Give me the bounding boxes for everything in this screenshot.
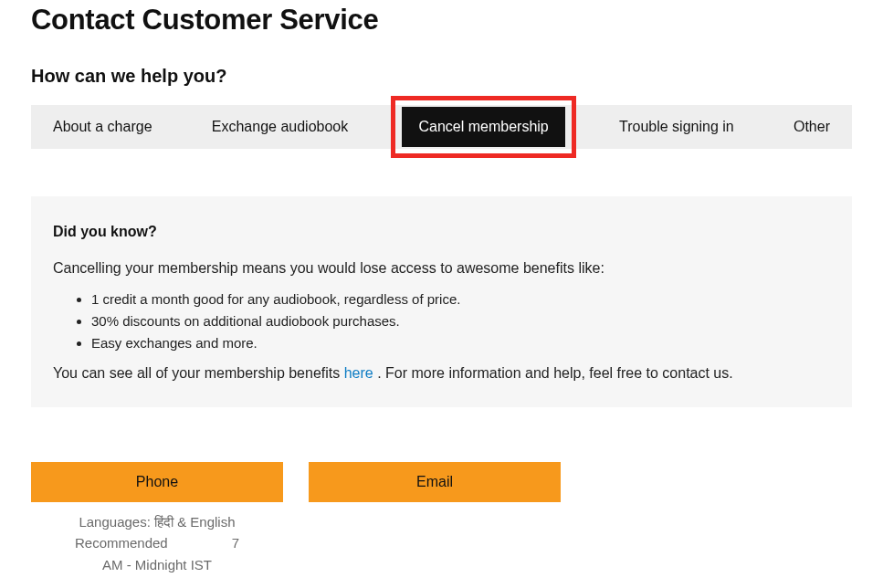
info-footer-post: . For more information and help, feel fr… — [373, 365, 733, 381]
tab-exchange-audiobook[interactable]: Exchange audiobook — [206, 108, 353, 146]
benefits-link[interactable]: here — [344, 365, 373, 381]
info-footer-pre: You can see all of your membership benef… — [53, 365, 344, 381]
info-footer: You can see all of your membership benef… — [53, 365, 830, 382]
benefit-item: 1 credit a month good for any audiobook,… — [91, 291, 830, 307]
tab-cancel-membership-wrap: Cancel membership — [402, 107, 564, 147]
phone-recommended-num: 7 — [232, 532, 239, 553]
tab-cancel-membership[interactable]: Cancel membership — [402, 107, 564, 147]
benefit-item: Easy exchanges and more. — [91, 335, 830, 351]
info-intro: Cancelling your membership means you wou… — [53, 260, 830, 277]
help-heading: How can we help you? — [31, 66, 852, 87]
phone-hours: AM - Midnight IST — [31, 554, 283, 575]
phone-button[interactable]: Phone — [31, 462, 283, 502]
phone-languages: Languages: हिंदी & English — [31, 511, 283, 532]
benefits-list: 1 credit a month good for any audiobook,… — [53, 291, 830, 351]
benefit-item: 30% discounts on additional audiobook pu… — [91, 313, 830, 329]
phone-recommended: Recommended — [75, 532, 168, 553]
contact-buttons: Phone Email — [31, 462, 852, 502]
page-title: Contact Customer Service — [31, 4, 852, 37]
tab-other[interactable]: Other — [788, 108, 836, 146]
info-panel: Did you know? Cancelling your membership… — [31, 196, 852, 407]
info-heading: Did you know? — [53, 224, 830, 240]
phone-details: Languages: हिंदी & English Recommended 7… — [31, 511, 283, 575]
tab-about-charge[interactable]: About a charge — [47, 108, 158, 146]
tabs-bar: About a charge Exchange audiobook Cancel… — [31, 105, 852, 149]
tab-trouble-signing-in[interactable]: Trouble signing in — [614, 108, 740, 146]
email-button[interactable]: Email — [309, 462, 561, 502]
